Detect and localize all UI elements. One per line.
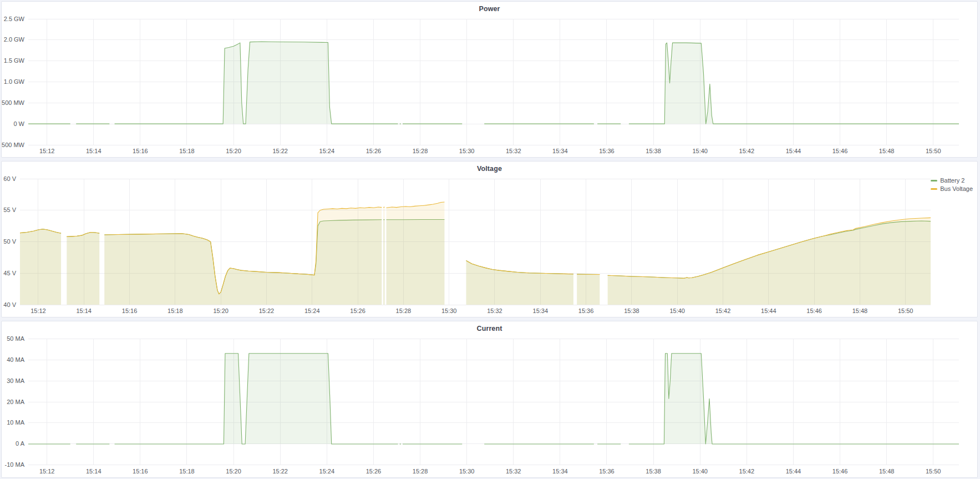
dashboard: Power 2.5 GW2.0 GW1.5 GW1.0 GW500 MW0 W-… [0,0,980,479]
x-axis-tick-label: 15:50 [926,468,941,475]
x-axis-tick-label: 15:14 [86,468,101,475]
x-axis-tick-label: 15:18 [179,148,195,154]
y-axis-tick-label: -500 MW [2,142,25,148]
y-axis-tick-label: 10 MA [7,419,24,426]
x-axis-tick-label: 15:44 [786,468,801,475]
x-axis-tick-label: 15:22 [272,468,287,475]
y-axis-tick-label: 0 W [13,120,24,127]
legend-color-dash [931,180,937,181]
series-area-bus-voltage [387,202,445,305]
legend-item-bus-voltage[interactable]: Bus Voltage [931,185,973,192]
x-axis-tick-label: 15:38 [646,468,661,475]
series-area-current [115,354,398,444]
voltage-legend: Battery 2Bus Voltage [931,177,973,192]
x-axis-tick-label: 15:40 [669,307,685,314]
x-axis-tick-label: 15:48 [879,468,894,475]
x-axis-tick-label: 15:24 [319,468,334,475]
x-axis-tick-label: 15:26 [366,468,381,475]
x-axis-tick-label: 15:46 [806,307,822,314]
panel-current: Current 50 MA40 MA30 MA20 MA10 MA0 A-10 … [1,321,978,478]
voltage-chart[interactable]: 60 V55 V50 V45 V40 V15:1215:1415:1615:18… [2,162,977,317]
x-axis-tick-label: 15:18 [167,307,183,314]
x-axis-tick-label: 15:34 [533,307,549,314]
y-axis-tick-label: 1.5 GW [4,57,25,64]
x-axis-tick-label: 15:46 [832,468,847,475]
x-axis-tick-label: 15:42 [739,148,755,154]
panel-power: Power 2.5 GW2.0 GW1.5 GW1.0 GW500 MW0 W-… [1,1,978,158]
legend-color-dash [931,188,937,190]
y-axis-tick-label: 50 MA [7,335,24,342]
x-axis-tick-label: 15:18 [179,468,194,475]
x-axis-tick-label: 15:28 [413,468,428,475]
series-line-bus-voltage [577,274,600,275]
x-axis-tick-label: 15:38 [646,148,661,154]
x-axis-tick-label: 15:22 [272,148,288,154]
legend-item-battery-2[interactable]: Battery 2 [931,177,973,184]
x-axis-tick-label: 15:50 [898,307,913,314]
power-chart[interactable]: 2.5 GW2.0 GW1.5 GW1.0 GW500 MW0 W-500 MW… [2,2,977,157]
x-axis-tick-label: 15:30 [459,468,474,475]
legend-label: Bus Voltage [940,185,973,192]
x-axis-tick-label: 15:34 [552,148,568,154]
legend-label: Battery 2 [940,177,964,184]
x-axis-tick-label: 15:12 [39,468,54,475]
x-axis-tick-label: 15:22 [259,307,275,314]
x-axis-tick-label: 15:16 [122,307,138,314]
series-area-bus-voltage [104,207,382,305]
y-axis-tick-label: 0 A [16,440,25,447]
y-axis-tick-label: 2.0 GW [4,36,25,43]
x-axis-tick-label: 15:48 [879,148,895,154]
x-axis-tick-label: 15:24 [319,148,335,154]
y-axis-tick-label: 40 V [3,301,16,308]
x-axis-tick-label: 15:32 [487,307,502,314]
series-area-power [115,42,398,124]
series-area-current [629,354,959,444]
x-axis-tick-label: 15:30 [459,148,475,154]
series-area-bus-voltage [383,207,384,305]
x-axis-tick-label: 15:34 [552,468,567,475]
x-axis-tick-label: 15:30 [441,307,457,314]
x-axis-tick-label: 15:26 [350,307,365,314]
x-axis-tick-label: 15:12 [31,307,46,314]
series-line-bus-voltage [383,207,384,208]
x-axis-tick-label: 15:14 [86,148,101,154]
series-area-bus-voltage [608,218,931,305]
x-axis-tick-label: 15:28 [396,307,412,314]
y-axis-tick-label: 50 V [3,238,16,245]
x-axis-tick-label: 15:44 [761,307,776,314]
x-axis-tick-label: 15:36 [578,307,594,314]
y-axis-tick-label: 1.0 GW [4,78,25,85]
y-axis-tick-label: 45 V [3,270,16,276]
y-axis-tick-label: -10 MA [5,461,25,468]
x-axis-tick-label: 15:48 [852,307,868,314]
x-axis-tick-label: 15:14 [76,307,92,314]
y-axis-tick-label: 60 V [3,175,16,182]
series-area-bus-voltage [577,274,600,305]
current-chart[interactable]: 50 MA40 MA30 MA20 MA10 MA0 A-10 MA15:121… [2,321,977,477]
x-axis-tick-label: 15:36 [599,468,614,475]
x-axis-tick-label: 15:36 [599,148,615,154]
x-axis-tick-label: 15:20 [213,307,229,314]
x-axis-tick-label: 15:16 [133,148,148,154]
x-axis-tick-label: 15:16 [133,468,148,475]
series-area-power [629,43,959,124]
x-axis-tick-label: 15:26 [366,148,382,154]
y-axis-tick-label: 30 MA [7,377,24,384]
x-axis-tick-label: 15:42 [739,468,754,475]
y-axis-tick-label: 40 MA [7,356,24,363]
x-axis-tick-label: 15:38 [624,307,639,314]
x-axis-tick-label: 15:32 [506,468,521,475]
x-axis-tick-label: 15:46 [832,148,848,154]
y-axis-tick-label: 55 V [3,206,16,213]
panel-voltage: Voltage 60 V55 V50 V45 V40 V15:1215:1415… [1,161,978,317]
x-axis-tick-label: 15:44 [786,148,801,154]
series-area-bus-voltage [67,232,99,305]
x-axis-tick-label: 15:28 [413,148,428,154]
x-axis-tick-label: 15:32 [506,148,521,154]
y-axis-tick-label: 500 MW [2,99,25,106]
x-axis-tick-label: 15:50 [926,148,941,154]
x-axis-tick-label: 15:12 [39,148,55,154]
x-axis-tick-label: 15:20 [226,468,241,475]
x-axis-tick-label: 15:40 [692,468,707,475]
series-area-bus-voltage [20,229,61,305]
